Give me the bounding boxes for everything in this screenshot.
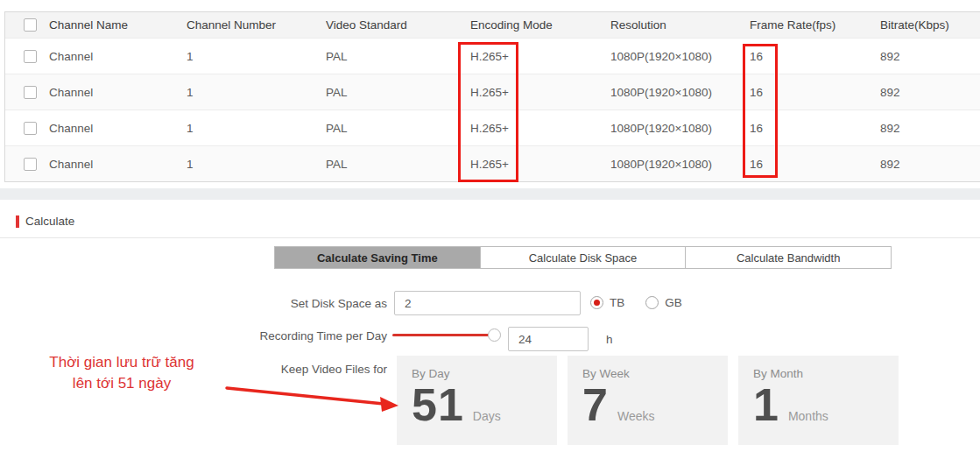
card-unit-label: Days	[473, 409, 501, 423]
cell-channel-name: Channel	[49, 86, 187, 99]
tab-calculate-disk-space[interactable]: Calculate Disk Space	[480, 247, 686, 268]
storage-calculator-screen: Channel Name Channel Number Video Standa…	[0, 0, 980, 452]
cell-video-standard: PAL	[326, 86, 470, 99]
row-checkbox[interactable]	[24, 86, 37, 99]
disk-space-input[interactable]	[394, 291, 581, 315]
recording-hours-input[interactable]	[508, 327, 589, 351]
radio-gb-icon[interactable]	[645, 296, 659, 309]
row-checkbox[interactable]	[24, 122, 37, 135]
row-checkbox[interactable]	[24, 50, 37, 63]
section-accent-bar	[16, 215, 19, 228]
cell-channel-number: 1	[187, 122, 326, 135]
column-header-frame-rate: Frame Rate(fps)	[750, 18, 880, 32]
result-card-by-month: By Month 1 Months	[738, 356, 899, 445]
select-all-checkbox[interactable]	[24, 18, 37, 32]
table-header-row: Channel Name Channel Number Video Standa…	[5, 12, 980, 38]
result-card-by-week: By Week 7 Weeks	[568, 356, 728, 445]
cell-channel-number: 1	[187, 86, 326, 99]
select-all-cell	[5, 18, 49, 32]
radio-gb-label: GB	[665, 296, 682, 309]
section-title: Calculate	[25, 215, 74, 228]
annotation-arrow-icon	[219, 382, 407, 415]
cell-resolution: 1080P(1920×1080)	[610, 122, 750, 135]
recording-time-label: Recording Time per Day	[0, 329, 387, 343]
card-unit-label: Months	[788, 409, 828, 423]
radio-tb-icon[interactable]	[590, 296, 603, 309]
cell-bitrate: 892	[880, 50, 980, 63]
cell-resolution: 1080P(1920×1080)	[610, 86, 750, 99]
cell-channel-name: Channel	[49, 122, 187, 135]
row-checkbox[interactable]	[24, 158, 37, 171]
result-card-by-day: By Day 51 Days	[397, 356, 557, 445]
radio-option-tb[interactable]: TB	[590, 296, 624, 309]
column-header-channel-name: Channel Name	[49, 18, 187, 32]
cell-resolution: 1080P(1920×1080)	[610, 158, 750, 171]
recording-time-slider-track[interactable]	[392, 334, 490, 336]
card-value: 7	[582, 378, 609, 431]
annotation-line1: Thời gian lưu trữ tăng	[22, 352, 222, 373]
column-header-resolution: Resolution	[610, 18, 750, 32]
section-divider	[0, 237, 980, 238]
cell-channel-number: 1	[187, 158, 326, 171]
cell-bitrate: 892	[880, 86, 980, 99]
column-header-bitrate: Bitrate(Kbps)	[880, 18, 980, 32]
column-header-channel-number: Channel Number	[187, 18, 326, 32]
radio-tb-label: TB	[610, 296, 624, 309]
annotation-text: Thời gian lưu trữ tăng lên tới 51 ngày	[22, 352, 222, 394]
calculate-tab-bar: Calculate Saving Time Calculate Disk Spa…	[274, 246, 892, 269]
column-header-video-standard: Video Standard	[326, 18, 470, 32]
annotation-line2: lên tới 51 ngày	[22, 373, 222, 394]
cell-channel-name: Channel	[49, 50, 187, 63]
cell-bitrate: 892	[880, 122, 980, 135]
card-unit-label: Weeks	[617, 409, 655, 423]
cell-video-standard: PAL	[326, 158, 470, 171]
tab-calculate-bandwidth[interactable]: Calculate Bandwidth	[685, 247, 891, 268]
cell-channel-name: Channel	[49, 158, 187, 171]
frame-rate-highlight-rect	[743, 44, 778, 178]
cell-video-standard: PAL	[326, 122, 470, 135]
hours-unit-label: h	[606, 333, 613, 346]
column-header-encoding-mode: Encoding Mode	[470, 18, 610, 32]
tab-calculate-saving-time[interactable]: Calculate Saving Time	[275, 247, 480, 268]
card-value: 51	[412, 378, 464, 431]
card-value: 1	[753, 378, 779, 431]
cell-channel-number: 1	[187, 50, 326, 63]
disk-space-label: Set Disk Space as	[0, 297, 387, 310]
cell-bitrate: 892	[880, 158, 980, 171]
encoding-mode-highlight-rect	[458, 42, 518, 182]
recording-time-slider-handle[interactable]	[488, 328, 501, 342]
cell-resolution: 1080P(1920×1080)	[610, 50, 750, 63]
panel-divider-band	[0, 188, 980, 200]
disk-unit-radio-group: TB GB	[590, 296, 682, 309]
radio-option-gb[interactable]: GB	[645, 296, 682, 309]
cell-video-standard: PAL	[326, 50, 470, 63]
result-cards: By Day 51 Days By Week 7 Weeks By Month …	[397, 356, 899, 445]
